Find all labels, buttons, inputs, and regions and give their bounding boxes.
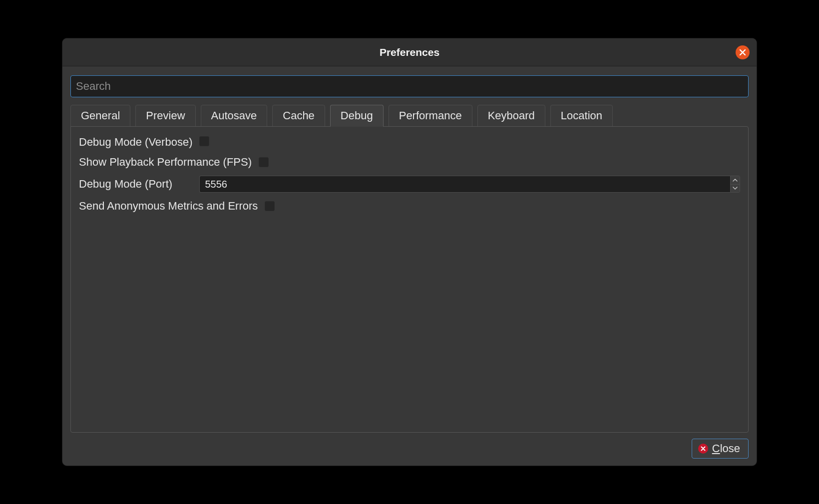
tab-general[interactable]: General [70, 105, 130, 127]
debug-panel: Debug Mode (Verbose) Show Playback Perfo… [70, 126, 749, 433]
workspace: Preferences General Preview Autosave Cac… [0, 0, 819, 504]
cell-debug-verbose [199, 136, 740, 148]
label-metrics: Send Anonymous Metrics and Errors [79, 200, 258, 213]
row-fps: Show Playback Performance (FPS) [79, 156, 740, 169]
preferences-dialog: Preferences General Preview Autosave Cac… [62, 38, 757, 466]
tab-performance[interactable]: Performance [389, 105, 472, 127]
tab-autosave[interactable]: Autosave [201, 105, 268, 127]
tab-preview[interactable]: Preview [135, 105, 195, 127]
dialog-body: General Preview Autosave Cache Debug Per… [62, 66, 757, 466]
tab-cache[interactable]: Cache [272, 105, 325, 127]
tabs-row: General Preview Autosave Cache Debug Per… [70, 104, 749, 126]
checkbox-fps[interactable] [259, 157, 269, 167]
titlebar: Preferences [62, 38, 757, 66]
search-wrap [70, 75, 749, 104]
dialog-title: Preferences [380, 46, 439, 58]
checkbox-metrics[interactable] [265, 201, 275, 211]
search-input[interactable] [70, 75, 749, 97]
label-debug-verbose: Debug Mode (Verbose) [79, 136, 192, 149]
spin-up-button[interactable] [731, 176, 740, 184]
chevron-up-icon [733, 178, 738, 182]
label-debug-port: Debug Mode (Port) [79, 178, 192, 191]
chevron-down-icon [733, 187, 738, 190]
tab-keyboard[interactable]: Keyboard [477, 105, 545, 127]
debug-port-input[interactable] [199, 176, 730, 193]
close-button-label: Close [712, 442, 740, 455]
row-metrics: Send Anonymous Metrics and Errors [79, 200, 740, 213]
tab-location[interactable]: Location [550, 105, 613, 127]
label-fps: Show Playback Performance (FPS) [79, 156, 252, 169]
close-button[interactable]: Close [692, 439, 749, 459]
spin-buttons [730, 176, 740, 193]
debug-form: Debug Mode (Verbose) Show Playback Perfo… [79, 136, 740, 213]
debug-port-stepper [199, 176, 740, 193]
close-icon [739, 49, 746, 56]
close-badge-icon [698, 444, 708, 454]
checkbox-debug-verbose[interactable] [199, 136, 209, 146]
window-close-button[interactable] [736, 45, 750, 59]
dialog-footer: Close [70, 433, 749, 459]
spin-down-button[interactable] [731, 184, 740, 193]
tab-debug[interactable]: Debug [330, 105, 384, 127]
